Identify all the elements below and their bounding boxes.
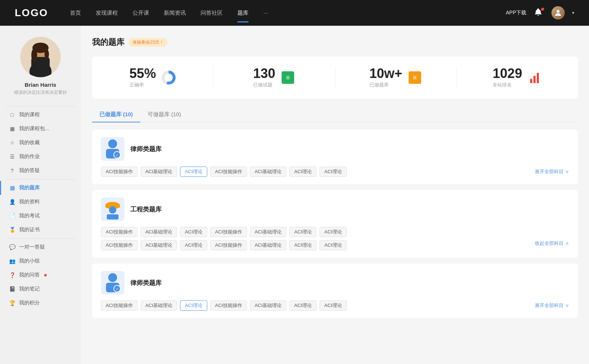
done-banks-value: 10w+ [370,67,402,80]
tag[interactable]: ACI理论 [289,227,317,237]
group-icon: 👥 [9,258,15,264]
nav-chevron-icon[interactable]: ▾ [572,10,574,15]
sidebar-item-label: 我的作业 [19,153,40,160]
qbank-title-3: 律师类题库 [130,279,162,287]
sidebar-item-my-course-pkg[interactable]: ▦ 我的课程包... [0,122,81,136]
tag[interactable]: ACI技能操作 [101,300,138,311]
nav-link-news[interactable]: 新闻资讯 [164,7,186,19]
avatar-icon [554,8,562,17]
notification-bell[interactable] [534,8,544,18]
done-questions-icon: ≡ [281,70,295,85]
tag[interactable]: ACI技能操作 [210,300,247,311]
stat-done-banks: 10w+ 已做题库 ≡ [335,67,457,88]
sidebar-item-label: 我的课程 [19,111,40,118]
sidebar-item-my-courses[interactable]: □ 我的课程 [0,108,81,122]
sidebar-profile: Brian Harris 错误的决定比没有决定要好 [0,37,81,104]
green-doc: ≡ [282,71,294,84]
tag-active[interactable]: ACI理论 [180,167,207,177]
tag[interactable]: ACI理论 [289,300,317,311]
tag[interactable]: ACI理论 [180,227,207,237]
sidebar-item-one-on-one[interactable]: 💬 一对一答疑 [0,240,81,254]
nav-right: APP下载 ▾ [506,6,574,19]
tag[interactable]: ACI理论 [289,167,317,177]
sidebar-item-my-homework[interactable]: ☰ 我的作业 [0,150,81,164]
profile-name: Brian Harris [25,82,56,88]
nav-link-open[interactable]: 公开课 [133,7,149,19]
qbank-title-1: 律师类题库 [130,145,162,153]
bell-badge [541,8,544,11]
profile-motto: 错误的决定比没有决定要好 [14,89,67,96]
tags-row-2a: ACI技能操作 ACI基础理论 ACI理论 ACI技能操作 ACI基础理论 AC… [101,227,569,237]
sidebar-item-my-cert[interactable]: 🏅 我的证书 [0,223,81,237]
sidebar-item-my-points[interactable]: 🏆 我的积分 [0,296,81,310]
avatar-svg [20,37,61,77]
svg-point-16 [108,273,117,282]
ranking-value: 1029 [493,67,522,80]
nav-link-qbank[interactable]: 题库 [237,7,248,19]
tag[interactable]: ACI理论 [320,227,347,237]
tag[interactable]: ACI技能操作 [210,240,247,250]
tag[interactable]: ACI基础理论 [141,240,177,250]
nav-user-avatar[interactable] [551,6,565,19]
tag[interactable]: ACI基础理论 [141,227,177,237]
tag[interactable]: ACI基础理论 [250,227,287,237]
tag[interactable]: ACI理论 [289,240,317,250]
tag[interactable]: ACI技能操作 [101,167,138,177]
nav-link-home[interactable]: 首页 [70,7,81,19]
tag[interactable]: ACI基础理论 [141,300,177,311]
sidebar-item-my-favorites[interactable]: ☆ 我的收藏 [0,136,81,150]
sidebar-item-label: 一对一答疑 [19,244,45,250]
sidebar-divider-3 [6,238,75,239]
page-header: 我的题库 体验剩余23天！ [92,37,578,48]
sidebar-divider-1 [6,106,75,106]
sidebar-item-label: 我的小组 [19,258,40,264]
orange-list: ≡ [409,71,421,84]
sidebar-item-my-exam[interactable]: 📄 我的考试 [0,209,81,223]
tag[interactable]: ACI技能操作 [210,167,247,177]
collapse-btn-2[interactable]: 收起全部科目 ∧ [535,240,569,250]
sidebar-item-my-qbank[interactable]: ▤ 我的题库 [0,181,81,195]
sidebar-item-label: 我的课程包... [19,125,49,132]
main-layout: Brian Harris 错误的决定比没有决定要好 □ 我的课程 ▦ 我的课程包… [0,26,589,364]
done-banks-label: 已做题库 [370,82,402,88]
tag[interactable]: ACI技能操作 [101,240,138,250]
tag[interactable]: ACI基础理论 [250,300,287,311]
app-download-btn[interactable]: APP下载 [506,10,526,16]
navbar: LOGO 首页 发现课程 公开课 新闻资讯 问答社区 题库 ··· APP下载 … [0,0,589,26]
tag[interactable]: ACI理论 [320,300,347,311]
sidebar-item-label: 我的证书 [19,226,40,233]
tab-available-banks[interactable]: 可做题库 (10) [140,107,188,122]
tag[interactable]: ACI技能操作 [101,227,138,237]
questions-dot [44,274,47,276]
profile-avatar [20,37,61,77]
nav-link-discover[interactable]: 发现课程 [96,7,118,19]
sidebar-item-my-notes[interactable]: 📓 我的笔记 [0,282,81,296]
sidebar-item-my-qa[interactable]: ? 我的答疑 [0,164,81,178]
qbank-avatar-engineer [101,197,124,221]
svg-text:✓: ✓ [116,287,119,291]
nav-link-qa[interactable]: 问答社区 [201,7,223,19]
sidebar-item-label: 我的笔记 [19,286,40,292]
stats-bar: 55% 正确率 130 已做试题 ≡ 10w+ 已做题库 [92,57,578,99]
tag[interactable]: ACI技能操作 [210,227,247,237]
expand-btn-3[interactable]: 展开全部科目 ∨ [535,302,569,309]
tag[interactable]: ACI理论 [320,240,347,250]
expand-btn-1[interactable]: 展开全部科目 ∨ [535,168,569,175]
one-on-one-icon: 💬 [9,244,15,250]
tab-done-banks[interactable]: 已做题库 (10) [92,107,140,122]
accuracy-value: 55% [130,67,156,80]
tag[interactable]: ACI理论 [320,167,347,177]
sidebar-item-my-questions[interactable]: ❓ 我的问答 [0,268,81,282]
nav-link-more[interactable]: ··· [263,7,268,19]
tag[interactable]: ACI基础理论 [250,167,287,177]
chart-bars [530,72,539,83]
tag[interactable]: ACI基础理论 [141,167,177,177]
sidebar-item-my-group[interactable]: 👥 我的小组 [0,254,81,268]
sidebar: Brian Harris 错误的决定比没有决定要好 □ 我的课程 ▦ 我的课程包… [0,26,81,364]
tag[interactable]: ACI基础理论 [250,240,287,250]
tag-active[interactable]: ACI理论 [180,300,207,311]
sidebar-item-my-profile[interactable]: 👤 我的资料 [0,195,81,209]
tag[interactable]: ACI理论 [180,240,207,250]
qa-icon: ? [9,167,15,174]
main-content: 我的题库 体验剩余23天！ 55% 正确率 130 已做试题 ≡ [81,26,589,364]
